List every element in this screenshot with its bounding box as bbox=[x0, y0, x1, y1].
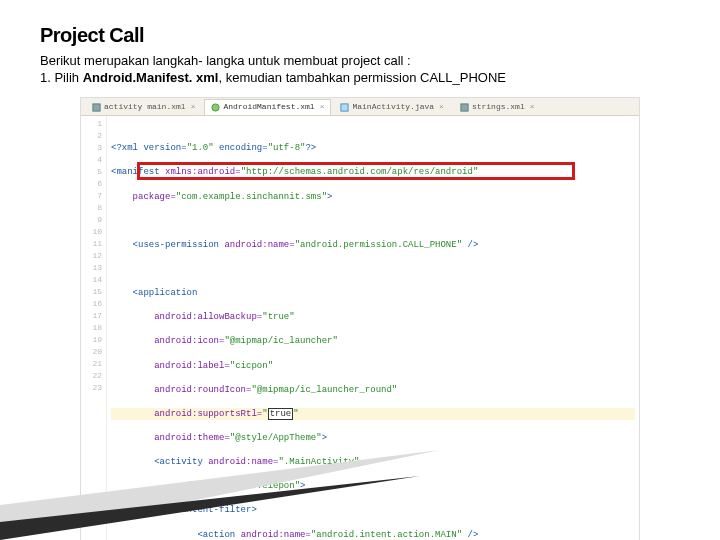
line-number: 23 bbox=[81, 382, 102, 394]
xml-file-icon bbox=[92, 103, 101, 112]
line-number: 13 bbox=[81, 262, 102, 274]
close-icon[interactable]: × bbox=[530, 102, 535, 113]
line-number: 8 bbox=[81, 202, 102, 214]
code-area: 1 2 3 4 5 6 7 8 9 10 11 12 13 14 15 16 1… bbox=[81, 116, 639, 540]
tab-label: strings.xml bbox=[472, 102, 525, 113]
svg-rect-2 bbox=[341, 103, 348, 110]
page-title: Project Call bbox=[40, 24, 680, 47]
android-file-icon bbox=[211, 103, 220, 112]
java-file-icon bbox=[340, 103, 349, 112]
line-number: 17 bbox=[81, 310, 102, 322]
close-icon[interactable]: × bbox=[191, 102, 196, 113]
edit-cursor: true bbox=[268, 408, 294, 420]
svg-rect-0 bbox=[93, 103, 100, 110]
line-number: 18 bbox=[81, 322, 102, 334]
xml-file-icon bbox=[460, 103, 469, 112]
line-number: 4 bbox=[81, 154, 102, 166]
line-number: 5 bbox=[81, 166, 102, 178]
line-number: 19 bbox=[81, 334, 102, 346]
line-number: 3 bbox=[81, 142, 102, 154]
tab-label: AndroidManifest.xml bbox=[223, 102, 314, 113]
step-bold: Android.Manifest. xml bbox=[83, 70, 219, 85]
close-icon[interactable]: × bbox=[320, 102, 325, 113]
step-prefix: 1. Pilih bbox=[40, 70, 83, 85]
line-number: 2 bbox=[81, 130, 102, 142]
step-1: 1. Pilih Android.Manifest. xml, kemudian… bbox=[40, 70, 680, 85]
tab-strings[interactable]: strings.xml × bbox=[453, 99, 542, 115]
line-gutter: 1 2 3 4 5 6 7 8 9 10 11 12 13 14 15 16 1… bbox=[81, 116, 107, 540]
line-number: 7 bbox=[81, 190, 102, 202]
step-suffix: , kemudian tambahkan permission CALL_PHO… bbox=[218, 70, 506, 85]
line-number: 22 bbox=[81, 370, 102, 382]
tab-label: MainActivity.java bbox=[352, 102, 434, 113]
line-number: 21 bbox=[81, 358, 102, 370]
line-number: 10 bbox=[81, 226, 102, 238]
tab-activity-main[interactable]: activity main.xml × bbox=[85, 99, 202, 115]
tab-main-activity[interactable]: MainActivity.java × bbox=[333, 99, 450, 115]
tabbar: activity main.xml × AndroidManifest.xml … bbox=[81, 98, 639, 116]
editor-screenshot: activity main.xml × AndroidManifest.xml … bbox=[80, 97, 640, 540]
tab-label: activity main.xml bbox=[104, 102, 186, 113]
line-number: 11 bbox=[81, 238, 102, 250]
line-number: 14 bbox=[81, 274, 102, 286]
line-number: 15 bbox=[81, 286, 102, 298]
svg-rect-3 bbox=[461, 103, 468, 110]
svg-point-1 bbox=[212, 103, 219, 110]
close-icon[interactable]: × bbox=[439, 102, 444, 113]
line-number: 12 bbox=[81, 250, 102, 262]
tab-android-manifest[interactable]: AndroidManifest.xml × bbox=[204, 99, 331, 115]
line-number: 16 bbox=[81, 298, 102, 310]
code-content[interactable]: <?xml version="1.0" encoding="utf-8"?> <… bbox=[107, 116, 639, 540]
line-number: 1 bbox=[81, 118, 102, 130]
line-number: 9 bbox=[81, 214, 102, 226]
intro-text: Berikut merupakan langkah- langka untuk … bbox=[40, 53, 680, 68]
line-number: 20 bbox=[81, 346, 102, 358]
line-number: 6 bbox=[81, 178, 102, 190]
